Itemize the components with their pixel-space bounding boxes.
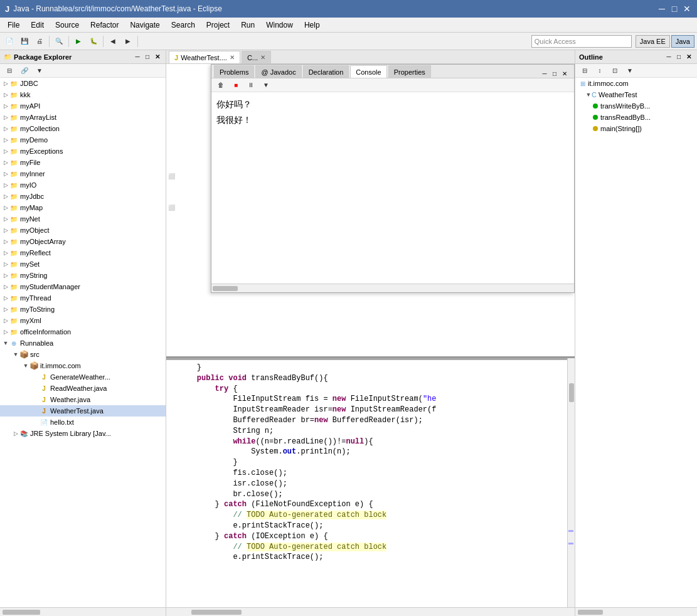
run-button[interactable]: ▶ — [72, 35, 85, 48]
tree-item-kkk[interactable]: ▷ 📁 kkk — [0, 89, 166, 100]
tree-item-mytostring[interactable]: ▷ 📁 myToString — [0, 304, 166, 315]
link-editor-button[interactable]: 🔗 — [18, 64, 31, 78]
save-button[interactable]: 💾 — [18, 35, 31, 48]
search-button[interactable]: 🔍 — [52, 35, 66, 48]
minimize-button[interactable]: ─ — [657, 4, 667, 14]
tree-item-itimmoccom[interactable]: ▼ 📦 it.immoc.com — [0, 360, 166, 371]
outline-item-transreadby[interactable]: transReadByB... — [575, 112, 697, 123]
back-button[interactable]: ◀ — [106, 35, 120, 48]
package-icon-outline: ⊞ — [580, 80, 585, 87]
tree-item-myfile[interactable]: ▷ 📁 myFile — [0, 157, 166, 168]
bottom-editor-hscrollbar[interactable] — [166, 607, 575, 616]
tree-item-myobjectarray[interactable]: ▷ 📁 myObjectArray — [0, 236, 166, 247]
tree-item-myexceptions[interactable]: ▷ 📁 myExceptions — [0, 146, 166, 157]
menu-help[interactable]: Help — [299, 19, 325, 31]
outline-item-main[interactable]: main(String[]) — [575, 123, 697, 134]
menu-run[interactable]: Run — [236, 19, 260, 31]
overlay-tab-declaration[interactable]: Declaration — [303, 65, 349, 78]
explorer-hscrollbar[interactable] — [0, 607, 166, 616]
minimize-outline-button[interactable]: ─ — [664, 53, 673, 61]
tree-item-myjdbc[interactable]: ▷ 📁 myJdbc — [0, 191, 166, 202]
maximize-outline-button[interactable]: □ — [674, 53, 683, 61]
expand-mystudentmanager: ▷ — [3, 284, 9, 290]
print-button[interactable]: 🖨 — [33, 35, 46, 48]
tree-item-hellotxt[interactable]: 📄 hello.txt — [0, 417, 166, 428]
outline-filter-button[interactable]: ⊡ — [608, 64, 622, 78]
console-pause-button[interactable]: ⏸ — [244, 78, 258, 92]
outline-hscrollbar[interactable] — [575, 607, 697, 616]
close-outline-button[interactable]: ✕ — [684, 53, 693, 61]
tree-item-myobject[interactable]: ▷ 📁 myObject — [0, 225, 166, 236]
console-stop-button[interactable]: ■ — [229, 78, 243, 92]
tree-item-myarraylist[interactable]: ▷ 📁 myArrayList — [0, 112, 166, 123]
perspective-javaee[interactable]: Java EE — [636, 35, 670, 48]
tree-item-jdbc[interactable]: ▷ 📁 JDBC — [0, 78, 166, 89]
tree-item-mymap[interactable]: ▷ 📁 myMap — [0, 202, 166, 213]
tree-item-officeinformation[interactable]: ▷ 📁 officeInformation — [0, 326, 166, 337]
overlay-tab-properties[interactable]: Properties — [388, 65, 431, 78]
outline-item-package[interactable]: ⊞ it.immoc.com — [575, 78, 697, 89]
editor-tab-weathertest[interactable]: J WeatherTest.... ✕ — [169, 51, 240, 63]
maximize-button[interactable]: □ — [669, 4, 679, 14]
tree-item-mystudentmanager[interactable]: ▷ 📁 myStudentManager — [0, 281, 166, 292]
outline-menu-button[interactable]: ▼ — [623, 64, 637, 78]
perspective-java[interactable]: Java — [671, 35, 694, 48]
maximize-overlay-button[interactable]: □ — [550, 69, 559, 78]
outline-sort-button[interactable]: ↕ — [593, 64, 607, 78]
menu-file[interactable]: File — [3, 19, 24, 31]
tree-item-mystring[interactable]: ▷ 📁 myString — [0, 270, 166, 281]
collapse-all-button[interactable]: ⊟ — [3, 64, 16, 78]
menu-refactor[interactable]: Refactor — [85, 19, 124, 31]
tree-item-mythread[interactable]: ▷ 📁 myThread — [0, 292, 166, 304]
tree-item-mycollection[interactable]: ▷ 📁 myCollection — [0, 123, 166, 134]
tree-item-generateweather[interactable]: J GenerateWeather... — [0, 371, 166, 383]
tab-close-weathertest[interactable]: ✕ — [230, 54, 235, 61]
tree-item-src[interactable]: ▼ 📦 src — [0, 349, 166, 360]
tree-item-readweather[interactable]: J ReadWeather.java — [0, 383, 166, 394]
tree-item-mynet[interactable]: ▷ 📁 myNet — [0, 213, 166, 225]
debug-button[interactable]: 🐛 — [87, 35, 100, 48]
code-editor-bottom[interactable]: } public void transReadByBuf(){ try { — [166, 358, 575, 607]
tree-item-myapi[interactable]: ▷ 📁 myAPI — [0, 100, 166, 112]
menu-search[interactable]: Search — [166, 19, 200, 31]
tree-menu-button[interactable]: ▼ — [33, 64, 46, 78]
overlay-tab-javadoc[interactable]: @ Javadoc — [255, 65, 301, 78]
menu-window[interactable]: Window — [261, 19, 298, 31]
tree-item-myio[interactable]: ▷ 📁 myIO — [0, 179, 166, 191]
bottom-editor-vscrollbar[interactable] — [567, 358, 575, 607]
tree-item-jresystem[interactable]: ▷ 📚 JRE System Library [Jav... — [0, 428, 166, 439]
tree-item-weathertest[interactable]: J WeatherTest.java — [0, 405, 166, 417]
overlay-tab-problems[interactable]: Problems — [214, 65, 254, 78]
minimize-overlay-button[interactable]: ─ — [540, 69, 549, 78]
outline-item-class[interactable]: ▼ C WeatherTest — [575, 89, 697, 100]
console-menu-button[interactable]: ▼ — [259, 78, 273, 92]
outline-collapse-button[interactable]: ⊟ — [578, 64, 592, 78]
expand-itimmoccom: ▼ — [23, 363, 29, 369]
menu-navigate[interactable]: Navigate — [125, 19, 164, 31]
close-button[interactable]: ✕ — [682, 4, 692, 14]
tree-item-runnablea[interactable]: ▼ ⊕ Runnablea — [0, 337, 166, 349]
close-panel-button[interactable]: ✕ — [153, 53, 162, 61]
forward-button[interactable]: ▶ — [121, 35, 135, 48]
tree-item-myset[interactable]: ▷ 📁 mySet — [0, 258, 166, 270]
menu-source[interactable]: Source — [50, 19, 84, 31]
maximize-panel-button[interactable]: □ — [143, 53, 152, 61]
line-gutter — [166, 151, 176, 161]
editor-tab-c[interactable]: C... ✕ — [242, 51, 271, 63]
close-overlay-button[interactable]: ✕ — [560, 69, 569, 78]
overlay-tab-console[interactable]: Console — [350, 65, 386, 78]
quick-access-input[interactable]: Quick Access — [531, 35, 632, 48]
tree-item-myinner[interactable]: ▷ 📁 myInner — [0, 168, 166, 179]
tree-item-myxml[interactable]: ▷ 📁 myXml — [0, 315, 166, 326]
menu-project[interactable]: Project — [201, 19, 235, 31]
overlay-hscrollbar[interactable] — [211, 284, 574, 292]
menu-edit[interactable]: Edit — [26, 19, 49, 31]
tree-item-mydemo[interactable]: ▷ 📁 myDemo — [0, 134, 166, 146]
tree-item-myreflect[interactable]: ▷ 📁 myReflect — [0, 247, 166, 258]
outline-item-transwriteby[interactable]: transWriteByB... — [575, 100, 697, 112]
minimize-panel-button[interactable]: ─ — [133, 53, 142, 61]
console-clear-button[interactable]: 🗑 — [214, 78, 228, 92]
new-button[interactable]: 📄 — [3, 35, 16, 48]
tab-close-c[interactable]: ✕ — [260, 54, 265, 61]
tree-item-weather[interactable]: J Weather.java — [0, 394, 166, 405]
